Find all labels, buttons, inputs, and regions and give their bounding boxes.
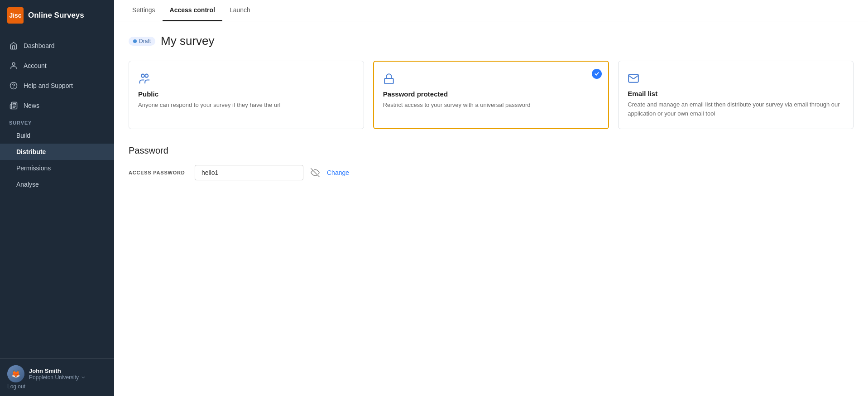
sidebar-item-help[interactable]: Help and Support xyxy=(0,76,114,96)
user-name: John Smith xyxy=(29,367,107,374)
avatar: 🦊 xyxy=(7,365,24,382)
tabs-bar: Settings Access control Launch xyxy=(114,0,868,21)
sidebar-item-label: Distribute xyxy=(16,148,46,155)
password-section: Password ACCESS PASSWORD Change xyxy=(129,145,854,180)
jisc-logo: Jisc xyxy=(7,7,24,24)
field-row: ACCESS PASSWORD Change xyxy=(129,165,854,180)
survey-section-label: SURVEY xyxy=(0,116,114,127)
sidebar-logo: Jisc Online Surveys xyxy=(0,0,114,31)
tab-access-control[interactable]: Access control xyxy=(163,0,222,21)
check-badge xyxy=(592,68,602,79)
sidebar-item-label: News xyxy=(24,102,39,109)
access-card-email-list[interactable]: Email list Create and manage an email li… xyxy=(618,61,854,129)
svg-rect-5 xyxy=(384,78,393,84)
draft-badge: Draft xyxy=(129,37,155,46)
main-content: Settings Access control Launch Draft My … xyxy=(114,0,868,396)
access-password-input[interactable] xyxy=(195,165,303,180)
access-card-password-protected[interactable]: Password protected Restrict access to yo… xyxy=(373,61,609,129)
card-title: Public xyxy=(138,90,355,98)
newspaper-icon xyxy=(9,101,18,110)
logout-link[interactable]: Log out xyxy=(7,383,107,390)
tab-launch[interactable]: Launch xyxy=(222,0,258,21)
sidebar-nav: Dashboard Account Help and Support xyxy=(0,31,114,358)
sidebar-item-news[interactable]: News xyxy=(0,96,114,116)
sidebar-item-distribute[interactable]: Distribute xyxy=(0,144,114,160)
svg-point-6 xyxy=(592,69,602,79)
card-desc: Anyone can respond to your survey if the… xyxy=(138,101,355,110)
lock-icon xyxy=(383,72,599,85)
public-icon xyxy=(138,72,355,85)
svg-point-4 xyxy=(145,74,148,77)
card-title: Password protected xyxy=(383,90,599,98)
access-card-public[interactable]: Public Anyone can respond to your survey… xyxy=(129,61,364,129)
user-org: Poppleton University xyxy=(29,374,107,381)
sidebar-item-label: Permissions xyxy=(16,164,51,172)
sidebar-item-label: Analyse xyxy=(16,181,39,188)
access-cards-row: Public Anyone can respond to your survey… xyxy=(129,61,854,129)
sidebar-item-label: Dashboard xyxy=(24,42,55,49)
sidebar-item-label: Account xyxy=(24,62,47,69)
card-title: Email list xyxy=(628,90,844,97)
eye-slash-icon xyxy=(311,168,320,178)
sidebar: Jisc Online Surveys Dashboard Account xyxy=(0,0,114,396)
app-title: Online Surveys xyxy=(28,11,84,20)
survey-title-row: Draft My survey xyxy=(129,34,854,48)
sidebar-item-dashboard[interactable]: Dashboard xyxy=(0,36,114,56)
tab-settings[interactable]: Settings xyxy=(125,0,163,21)
sidebar-bottom: 🦊 John Smith Poppleton University Log ou… xyxy=(0,358,114,396)
page-body: Draft My survey Public Anyone can respon… xyxy=(114,21,868,193)
sidebar-item-permissions[interactable]: Permissions xyxy=(0,160,114,176)
change-password-link[interactable]: Change xyxy=(327,169,349,176)
sidebar-item-build[interactable]: Build xyxy=(0,127,114,144)
password-section-title: Password xyxy=(129,145,854,156)
sidebar-item-label: Build xyxy=(16,132,30,139)
home-icon xyxy=(9,41,18,50)
card-desc: Restrict access to your survey with a un… xyxy=(383,101,599,110)
svg-point-0 xyxy=(12,63,15,65)
email-icon xyxy=(628,72,844,84)
sidebar-item-analyse[interactable]: Analyse xyxy=(0,176,114,193)
sidebar-item-account[interactable]: Account xyxy=(0,56,114,76)
help-circle-icon xyxy=(9,81,18,90)
draft-dot xyxy=(133,39,137,43)
survey-title: My survey xyxy=(161,34,214,48)
svg-point-3 xyxy=(141,74,144,77)
person-icon xyxy=(9,61,18,70)
card-desc: Create and manage an email list then dis… xyxy=(628,100,844,118)
sidebar-item-label: Help and Support xyxy=(24,82,73,89)
user-row: 🦊 John Smith Poppleton University xyxy=(7,365,107,382)
field-label: ACCESS PASSWORD xyxy=(129,170,187,175)
